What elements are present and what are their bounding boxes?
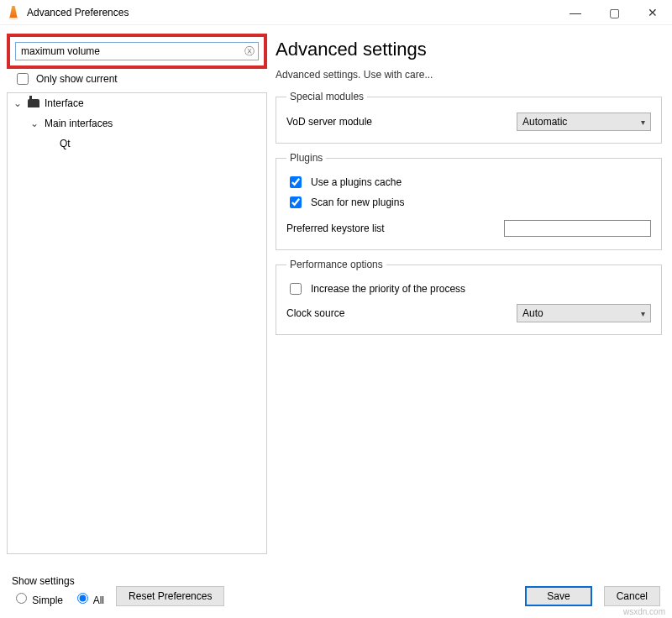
plugins-cache-checkbox[interactable] <box>290 176 302 188</box>
keystore-label: Preferred keystore list <box>286 223 446 234</box>
radio-all[interactable]: All <box>73 590 104 606</box>
chevron-down-icon: ▾ <box>641 309 645 318</box>
scan-plugins-checkbox[interactable] <box>290 196 302 208</box>
priority-row[interactable]: Increase the priority of the process <box>286 279 651 299</box>
titlebar: Advanced Preferences — ▢ ✕ <box>0 0 672 25</box>
priority-label: Increase the priority of the process <box>311 283 465 295</box>
chevron-down-icon: ▾ <box>641 118 645 127</box>
tree-label: Main interfaces <box>45 118 113 129</box>
vod-label: VoD server module <box>286 116 446 128</box>
group-performance: Performance options Increase the priorit… <box>276 259 662 335</box>
show-settings-label: Show settings <box>12 575 104 587</box>
only-show-current-label: Only show current <box>36 73 118 85</box>
footer: Show settings Simple All Reset Preferenc… <box>0 570 672 618</box>
settings-panel: Advanced settings Advanced settings. Use… <box>276 30 665 554</box>
minimize-button[interactable]: — <box>556 0 595 25</box>
close-button[interactable]: ✕ <box>633 0 672 25</box>
chevron-down-icon[interactable]: ⌄ <box>13 97 23 109</box>
watermark: wsxdn.com <box>623 607 665 616</box>
show-settings-group: Show settings Simple All <box>12 575 104 606</box>
radio-simple-input[interactable] <box>16 593 27 604</box>
scan-plugins-row[interactable]: Scan for new plugins <box>286 192 651 212</box>
save-button[interactable]: Save <box>525 586 591 606</box>
only-show-current-checkbox[interactable] <box>17 73 29 85</box>
settings-tree[interactable]: ⌄ Interface ⌄ Main interfaces Qt <box>7 92 267 554</box>
legend-performance: Performance options <box>286 259 386 270</box>
group-plugins: Plugins Use a plugins cache Scan for new… <box>276 152 662 250</box>
legend-special-modules: Special modules <box>286 91 367 102</box>
radio-all-input[interactable] <box>77 593 88 604</box>
keystore-input[interactable] <box>504 220 651 237</box>
tree-item-qt[interactable]: Qt <box>8 134 266 154</box>
vod-combo[interactable]: Automatic ▾ <box>517 113 651 131</box>
maximize-button[interactable]: ▢ <box>595 0 633 25</box>
interface-icon <box>28 99 39 107</box>
legend-plugins: Plugins <box>286 152 326 164</box>
plugins-cache-row[interactable]: Use a plugins cache <box>286 172 651 192</box>
clock-value: Auto <box>522 307 543 319</box>
reset-preferences-button[interactable]: Reset Preferences <box>116 586 224 606</box>
plugins-cache-label: Use a plugins cache <box>311 176 402 188</box>
vlc-icon <box>7 6 20 19</box>
radio-simple[interactable]: Simple <box>12 590 63 606</box>
clock-combo[interactable]: Auto ▾ <box>517 304 651 322</box>
clear-search-icon[interactable]: ⓧ <box>244 45 255 59</box>
clock-label: Clock source <box>286 307 446 319</box>
tree-label: Interface <box>45 97 84 109</box>
cancel-button[interactable]: Cancel <box>604 586 660 606</box>
tree-label: Qt <box>60 138 71 149</box>
window-buttons: — ▢ ✕ <box>556 0 672 25</box>
search-input[interactable] <box>19 45 244 57</box>
scan-plugins-label: Scan for new plugins <box>311 196 404 208</box>
chevron-down-icon[interactable]: ⌄ <box>29 118 39 129</box>
tree-item-main-interfaces[interactable]: ⌄ Main interfaces <box>8 113 266 134</box>
page-title: Advanced settings <box>276 39 662 60</box>
page-subtitle: Advanced settings. Use with care... <box>276 69 662 81</box>
search-highlight: ⓧ <box>7 34 267 69</box>
sidebar: ⓧ Only show current ⌄ Interface ⌄ Main i… <box>7 30 267 554</box>
search-box[interactable]: ⓧ <box>15 42 259 60</box>
group-special-modules: Special modules VoD server module Automa… <box>276 91 662 144</box>
priority-checkbox[interactable] <box>290 283 302 295</box>
only-show-current[interactable]: Only show current <box>7 69 267 92</box>
window-title: Advanced Preferences <box>27 7 129 18</box>
tree-item-interface[interactable]: ⌄ Interface <box>8 93 266 113</box>
vod-value: Automatic <box>522 116 567 128</box>
